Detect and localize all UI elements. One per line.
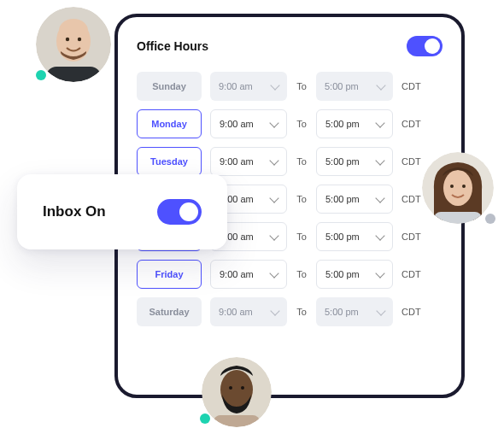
end-time-value: 5:00 pm — [325, 232, 360, 242]
chevron-down-icon — [269, 118, 278, 127]
day-chip-friday[interactable]: Friday — [137, 260, 202, 289]
svg-point-17 — [241, 386, 244, 390]
timezone-label: CDT — [401, 156, 424, 167]
to-label: To — [296, 119, 308, 129]
end-time-select: 5:00 pm — [316, 72, 393, 101]
schedule-row: Friday9:00 amTo5:00 pmCDT — [137, 260, 442, 289]
schedule-row: Monday9:00 amTo5:00 pmCDT — [137, 109, 442, 138]
end-time-value: 5:00 pm — [325, 119, 360, 129]
day-chip-tuesday[interactable]: Tuesday — [137, 147, 202, 176]
svg-point-9 — [443, 170, 472, 206]
end-time-select[interactable]: 5:00 pm — [316, 109, 393, 138]
svg-point-5 — [78, 38, 81, 41]
svg-point-16 — [229, 386, 232, 390]
chevron-down-icon — [270, 306, 279, 315]
toggle-knob — [179, 202, 198, 221]
to-label: To — [296, 232, 308, 242]
svg-rect-6 — [46, 67, 101, 82]
end-time-select[interactable]: 5:00 pm — [316, 260, 393, 289]
timezone-label: CDT — [401, 119, 424, 129]
end-time-select[interactable]: 5:00 pm — [316, 222, 393, 251]
chevron-down-icon — [376, 306, 385, 315]
avatar-user-1 — [36, 7, 111, 82]
timezone-label: CDT — [401, 81, 424, 91]
chevron-down-icon — [269, 193, 278, 202]
to-label: To — [296, 156, 308, 167]
to-label: To — [296, 269, 308, 279]
schedule-row: Tuesday9:00 amTo5:00 pmCDT — [137, 147, 442, 176]
inbox-card: Inbox On — [17, 174, 227, 249]
end-time-value: 5:00 pm — [325, 307, 359, 317]
inbox-label: Inbox On — [43, 203, 106, 220]
end-time-value: 5:00 pm — [325, 156, 360, 167]
toggle-knob — [425, 38, 440, 54]
timezone-label: CDT — [401, 194, 424, 204]
timezone-label: CDT — [401, 232, 424, 242]
chevron-down-icon — [269, 155, 278, 165]
chevron-down-icon — [375, 155, 384, 165]
avatar-user-2 — [422, 152, 494, 224]
chevron-down-icon — [375, 118, 384, 127]
timezone-label: CDT — [401, 307, 424, 317]
inbox-toggle[interactable] — [157, 199, 202, 225]
svg-point-11 — [462, 185, 466, 188]
day-chip-monday[interactable]: Monday — [137, 109, 202, 138]
day-chip-saturday[interactable]: Saturday — [137, 297, 202, 326]
chevron-down-icon — [376, 80, 385, 90]
to-label: To — [296, 194, 308, 204]
end-time-select[interactable]: 5:00 pm — [316, 185, 393, 214]
day-chip-sunday[interactable]: Sunday — [137, 72, 202, 101]
schedule-row: Saturday9:00 amTo5:00 pmCDT — [137, 297, 442, 326]
start-time-value: 9:00 am — [219, 81, 253, 91]
start-time-value: 9:00 am — [220, 156, 254, 167]
svg-point-4 — [66, 38, 69, 41]
office-hours-toggle[interactable] — [407, 36, 442, 56]
end-time-value: 5:00 pm — [325, 269, 360, 279]
start-time-select[interactable]: 9:00 am — [210, 260, 287, 289]
start-time-value: 9:00 am — [220, 119, 254, 129]
start-time-select[interactable]: 9:00 am — [210, 147, 287, 176]
svg-rect-18 — [214, 415, 260, 427]
status-dot-away — [485, 214, 495, 224]
avatar-user-3 — [202, 357, 272, 427]
end-time-select: 5:00 pm — [316, 297, 393, 326]
panel-header: Office Hours — [137, 36, 442, 56]
start-time-value: 9:00 am — [219, 307, 253, 317]
start-time-value: 9:00 am — [220, 269, 254, 279]
chevron-down-icon — [375, 193, 384, 202]
start-time-select[interactable]: 9:00 am — [210, 109, 287, 138]
end-time-select[interactable]: 5:00 pm — [316, 147, 393, 176]
to-label: To — [296, 81, 308, 91]
status-dot-online — [36, 70, 46, 80]
start-time-select: 9:00 am — [210, 72, 287, 101]
chevron-down-icon — [269, 268, 278, 278]
end-time-value: 5:00 pm — [325, 194, 360, 204]
chevron-down-icon — [375, 231, 384, 240]
start-time-select: 9:00 am — [210, 297, 287, 326]
status-dot-online — [200, 413, 210, 424]
to-label: To — [296, 307, 308, 317]
chevron-down-icon — [269, 231, 278, 240]
section-title: Office Hours — [137, 39, 208, 53]
chevron-down-icon — [375, 268, 384, 278]
schedule-row: Sunday9:00 amTo5:00 pmCDT — [137, 72, 442, 101]
end-time-value: 5:00 pm — [325, 81, 359, 91]
chevron-down-icon — [270, 80, 279, 90]
svg-point-3 — [59, 19, 88, 43]
timezone-label: CDT — [401, 269, 424, 279]
svg-point-10 — [450, 185, 454, 188]
